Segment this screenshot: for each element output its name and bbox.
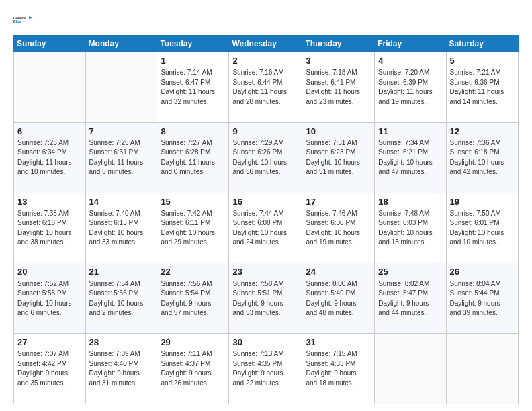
day-info: Sunrise: 7:36 AM Sunset: 6:18 PM Dayligh… <box>450 138 515 177</box>
svg-text:General: General <box>13 16 27 20</box>
day-info: Sunrise: 7:29 AM Sunset: 6:26 PM Dayligh… <box>232 138 298 177</box>
day-info: Sunrise: 7:13 AM Sunset: 4:35 PM Dayligh… <box>232 349 298 388</box>
day-info: Sunrise: 8:04 AM Sunset: 5:44 PM Dayligh… <box>450 279 515 318</box>
day-number: 3 <box>306 55 371 67</box>
calendar-cell: 17Sunrise: 7:46 AM Sunset: 6:06 PM Dayli… <box>302 193 375 263</box>
weekday-header-thursday: Thursday <box>302 36 375 52</box>
calendar-cell: 8Sunrise: 7:27 AM Sunset: 6:28 PM Daylig… <box>157 122 229 193</box>
logo-icon: General Blue <box>13 11 32 30</box>
calendar-header-row: SundayMondayTuesdayWednesdayThursdayFrid… <box>14 36 519 52</box>
calendar-cell: 1Sunrise: 7:14 AM Sunset: 6:47 PM Daylig… <box>157 52 229 123</box>
calendar-cell: 5Sunrise: 7:21 AM Sunset: 6:36 PM Daylig… <box>446 52 518 123</box>
calendar-cell: 24Sunrise: 8:00 AM Sunset: 5:49 PM Dayli… <box>302 263 375 334</box>
day-info: Sunrise: 7:14 AM Sunset: 6:47 PM Dayligh… <box>161 68 225 107</box>
day-number: 25 <box>378 266 442 278</box>
calendar-cell: 11Sunrise: 7:34 AM Sunset: 6:21 PM Dayli… <box>375 122 446 193</box>
day-info: Sunrise: 7:27 AM Sunset: 6:28 PM Dayligh… <box>161 138 225 177</box>
calendar-cell: 16Sunrise: 7:44 AM Sunset: 6:08 PM Dayli… <box>229 193 302 263</box>
day-number: 6 <box>17 126 82 138</box>
day-number: 23 <box>232 266 298 278</box>
day-info: Sunrise: 7:07 AM Sunset: 4:42 PM Dayligh… <box>17 349 82 388</box>
day-number: 8 <box>161 126 225 138</box>
calendar-cell: 9Sunrise: 7:29 AM Sunset: 6:26 PM Daylig… <box>229 122 302 193</box>
day-info: Sunrise: 7:15 AM Sunset: 4:33 PM Dayligh… <box>306 349 371 388</box>
day-number: 18 <box>378 196 442 208</box>
day-info: Sunrise: 7:16 AM Sunset: 6:44 PM Dayligh… <box>232 68 298 107</box>
weekday-header-friday: Friday <box>375 36 446 52</box>
day-number: 16 <box>232 196 298 208</box>
day-number: 24 <box>306 266 371 278</box>
calendar-week-3: 13Sunrise: 7:38 AM Sunset: 6:16 PM Dayli… <box>14 193 519 263</box>
day-number: 27 <box>17 336 82 349</box>
calendar-week-5: 27Sunrise: 7:07 AM Sunset: 4:42 PM Dayli… <box>14 334 519 404</box>
day-number: 13 <box>17 196 82 208</box>
day-number: 28 <box>89 336 154 349</box>
calendar-cell <box>375 334 446 404</box>
calendar-cell: 31Sunrise: 7:15 AM Sunset: 4:33 PM Dayli… <box>302 334 375 404</box>
calendar-cell: 18Sunrise: 7:48 AM Sunset: 6:03 PM Dayli… <box>375 193 446 263</box>
calendar-cell: 14Sunrise: 7:40 AM Sunset: 6:13 PM Dayli… <box>85 193 157 263</box>
day-number: 1 <box>161 55 225 67</box>
day-info: Sunrise: 7:18 AM Sunset: 6:41 PM Dayligh… <box>306 68 371 107</box>
calendar-cell: 7Sunrise: 7:25 AM Sunset: 6:31 PM Daylig… <box>85 122 157 193</box>
logo: General Blue <box>13 11 32 30</box>
day-number: 4 <box>378 55 442 67</box>
weekday-header-monday: Monday <box>85 36 157 52</box>
day-info: Sunrise: 7:21 AM Sunset: 6:36 PM Dayligh… <box>450 68 515 107</box>
weekday-header-sunday: Sunday <box>14 36 86 52</box>
day-number: 11 <box>378 126 442 138</box>
day-info: Sunrise: 7:52 AM Sunset: 5:58 PM Dayligh… <box>17 279 82 318</box>
calendar-week-4: 20Sunrise: 7:52 AM Sunset: 5:58 PM Dayli… <box>14 263 519 334</box>
day-info: Sunrise: 7:56 AM Sunset: 5:54 PM Dayligh… <box>161 279 225 318</box>
calendar-cell <box>446 334 518 404</box>
calendar-cell: 13Sunrise: 7:38 AM Sunset: 6:16 PM Dayli… <box>14 193 86 263</box>
day-number: 5 <box>450 55 515 67</box>
calendar-table: SundayMondayTuesdayWednesdayThursdayFrid… <box>13 35 519 404</box>
day-number: 14 <box>89 196 154 208</box>
day-number: 21 <box>89 266 154 278</box>
day-info: Sunrise: 7:25 AM Sunset: 6:31 PM Dayligh… <box>89 138 154 177</box>
calendar-cell: 22Sunrise: 7:56 AM Sunset: 5:54 PM Dayli… <box>157 263 229 334</box>
day-number: 15 <box>161 196 225 208</box>
day-number: 26 <box>450 266 515 278</box>
day-info: Sunrise: 7:40 AM Sunset: 6:13 PM Dayligh… <box>89 209 154 248</box>
calendar-cell: 6Sunrise: 7:23 AM Sunset: 6:34 PM Daylig… <box>14 122 86 193</box>
calendar-cell: 23Sunrise: 7:58 AM Sunset: 5:51 PM Dayli… <box>229 263 302 334</box>
day-info: Sunrise: 7:46 AM Sunset: 6:06 PM Dayligh… <box>306 209 371 248</box>
calendar-cell: 30Sunrise: 7:13 AM Sunset: 4:35 PM Dayli… <box>229 334 302 404</box>
calendar-cell: 4Sunrise: 7:20 AM Sunset: 6:39 PM Daylig… <box>375 52 446 123</box>
day-info: Sunrise: 7:50 AM Sunset: 6:01 PM Dayligh… <box>450 209 515 248</box>
day-info: Sunrise: 7:11 AM Sunset: 4:37 PM Dayligh… <box>161 349 225 388</box>
day-info: Sunrise: 7:54 AM Sunset: 5:56 PM Dayligh… <box>89 279 154 318</box>
calendar-cell: 3Sunrise: 7:18 AM Sunset: 6:41 PM Daylig… <box>302 52 375 123</box>
calendar-cell: 29Sunrise: 7:11 AM Sunset: 4:37 PM Dayli… <box>157 334 229 404</box>
calendar-week-1: 1Sunrise: 7:14 AM Sunset: 6:47 PM Daylig… <box>14 52 519 123</box>
day-number: 2 <box>232 55 298 67</box>
day-info: Sunrise: 8:02 AM Sunset: 5:47 PM Dayligh… <box>378 279 442 318</box>
day-info: Sunrise: 7:48 AM Sunset: 6:03 PM Dayligh… <box>378 209 442 248</box>
weekday-header-tuesday: Tuesday <box>157 36 229 52</box>
calendar-cell: 21Sunrise: 7:54 AM Sunset: 5:56 PM Dayli… <box>85 263 157 334</box>
day-number: 10 <box>306 126 371 138</box>
calendar-cell: 19Sunrise: 7:50 AM Sunset: 6:01 PM Dayli… <box>446 193 518 263</box>
day-info: Sunrise: 7:31 AM Sunset: 6:23 PM Dayligh… <box>306 138 371 177</box>
day-number: 19 <box>450 196 515 208</box>
day-info: Sunrise: 7:44 AM Sunset: 6:08 PM Dayligh… <box>232 209 298 248</box>
day-number: 31 <box>306 336 371 349</box>
day-info: Sunrise: 7:20 AM Sunset: 6:39 PM Dayligh… <box>378 68 442 107</box>
calendar-cell <box>85 52 157 123</box>
calendar-cell: 15Sunrise: 7:42 AM Sunset: 6:11 PM Dayli… <box>157 193 229 263</box>
calendar-cell: 26Sunrise: 8:04 AM Sunset: 5:44 PM Dayli… <box>446 263 518 334</box>
page-header: General Blue <box>13 11 519 30</box>
day-number: 29 <box>161 336 225 349</box>
day-number: 12 <box>450 126 515 138</box>
day-info: Sunrise: 7:23 AM Sunset: 6:34 PM Dayligh… <box>17 138 82 177</box>
svg-text:Blue: Blue <box>13 19 21 24</box>
day-number: 22 <box>161 266 225 278</box>
day-info: Sunrise: 7:42 AM Sunset: 6:11 PM Dayligh… <box>161 209 225 248</box>
day-number: 17 <box>306 196 371 208</box>
day-number: 20 <box>17 266 82 278</box>
calendar-week-2: 6Sunrise: 7:23 AM Sunset: 6:34 PM Daylig… <box>14 122 519 193</box>
calendar-cell <box>14 52 86 123</box>
calendar-cell: 2Sunrise: 7:16 AM Sunset: 6:44 PM Daylig… <box>229 52 302 123</box>
